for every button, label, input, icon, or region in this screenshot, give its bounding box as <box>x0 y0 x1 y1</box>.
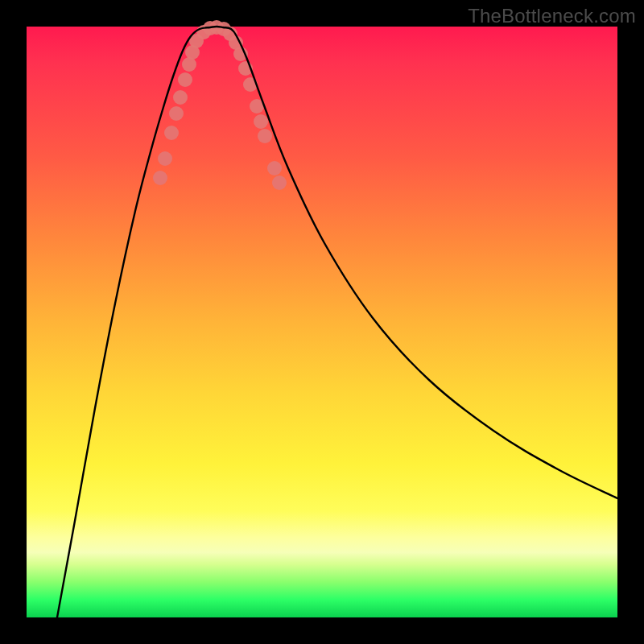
plot-area <box>27 27 617 617</box>
marker-dot <box>178 72 192 87</box>
marker-dot <box>173 90 188 105</box>
marker-dot <box>258 129 272 143</box>
marker-dots <box>153 20 287 190</box>
marker-dot <box>267 161 282 175</box>
marker-dot <box>272 175 287 190</box>
marker-dot <box>158 151 172 166</box>
marker-dot <box>153 171 167 185</box>
marker-dot <box>254 114 268 129</box>
watermark-text: TheBottleneck.com <box>468 5 636 27</box>
curve-svg <box>27 27 617 617</box>
chart-frame: TheBottleneck.com <box>0 0 644 644</box>
marker-dot <box>169 106 184 121</box>
bottleneck-curve <box>57 27 617 617</box>
marker-dot <box>164 126 179 140</box>
